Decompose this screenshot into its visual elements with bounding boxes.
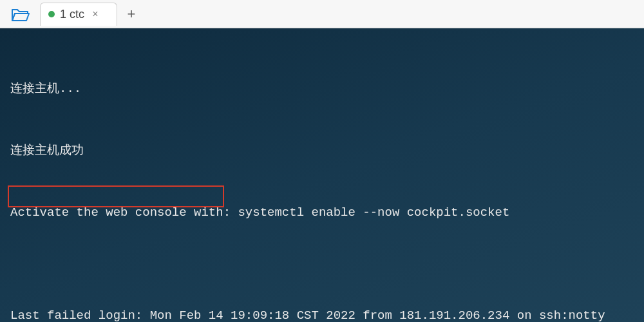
terminal-line: Last failed login: Mon Feb 14 19:09:18 C… (10, 305, 634, 322)
tab-close-button[interactable]: × (90, 8, 101, 20)
terminal-line: Activate the web console with: systemctl… (10, 202, 634, 223)
new-tab-button[interactable]: + (121, 4, 142, 24)
app-window: 1 ctc × + 连接主机... 连接主机成功 Activate the we… (0, 0, 644, 322)
tab-label: 1 ctc (60, 8, 84, 21)
status-dot-icon (48, 11, 55, 17)
tab-session-1[interactable]: 1 ctc × (40, 3, 117, 26)
open-folder-button[interactable] (5, 1, 36, 27)
terminal-line: 连接主机成功 (10, 140, 634, 161)
terminal-pane[interactable]: 连接主机... 连接主机成功 Activate the web console … (0, 28, 644, 322)
tab-bar: 1 ctc × + (0, 0, 644, 28)
folder-open-icon (11, 6, 30, 22)
terminal-line: 连接主机... (10, 79, 634, 99)
